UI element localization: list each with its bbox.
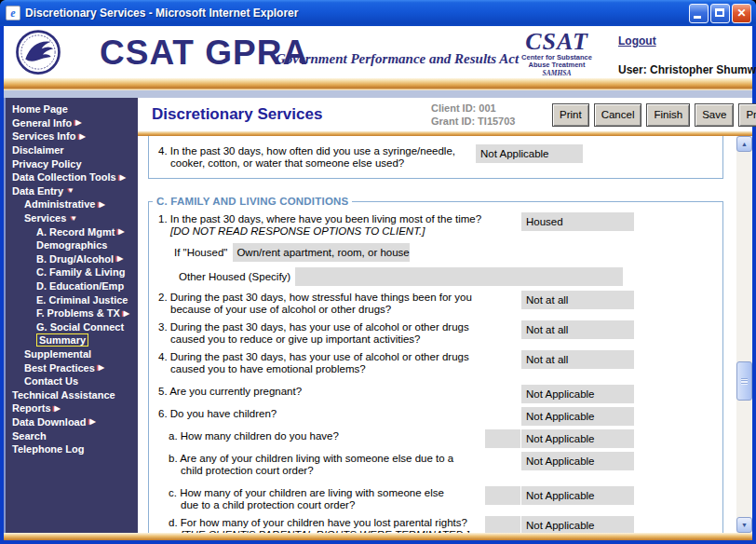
csat-logo-name: CSAT bbox=[505, 30, 609, 54]
sidebar-item-supplemental[interactable]: Supplemental bbox=[6, 347, 138, 361]
sidebar-item-label: Search bbox=[12, 430, 47, 442]
answer-field[interactable]: Not at all bbox=[521, 350, 634, 369]
answer-field[interactable]: Not Applicable bbox=[521, 385, 634, 403]
question-text: 4. In the past 30 days, how often did yo… bbox=[158, 145, 512, 170]
sidebar-item-home-page[interactable]: Home Page bbox=[6, 102, 138, 116]
question-text: d. For how many of your children have yo… bbox=[169, 517, 522, 533]
close-button[interactable]: ✕ bbox=[732, 4, 751, 23]
sidebar-item-contact-us[interactable]: Contact Us bbox=[6, 374, 138, 388]
question-line: d. For how many of your children have yo… bbox=[169, 517, 522, 529]
sidebar-item-d-education-emp[interactable]: D. Education/Emp bbox=[6, 279, 138, 293]
internet-explorer-icon: e bbox=[6, 6, 20, 20]
title-bar[interactable]: e Discretionary Services - Microsoft Int… bbox=[0, 0, 756, 26]
minimize-button[interactable] bbox=[689, 4, 709, 23]
question-text: 3. During the past 30 days, has your use… bbox=[158, 321, 512, 346]
thumb-grip-icon bbox=[741, 378, 748, 385]
sidebar-item-demographics[interactable]: Demographics bbox=[6, 238, 138, 252]
other-housed-field[interactable] bbox=[295, 267, 623, 286]
scroll-down-button[interactable]: ▼ bbox=[736, 517, 752, 533]
chevron-down-icon: ▼ bbox=[70, 214, 77, 223]
sidebar-item-administrative[interactable]: Administrative▶ bbox=[6, 197, 138, 211]
sidebar-item-label: Data Entry bbox=[12, 185, 63, 197]
sidebar-item-reports[interactable]: Reports▶ bbox=[6, 401, 138, 415]
maximize-button[interactable] bbox=[710, 4, 730, 23]
sidebar-item-general-info[interactable]: General Info▶ bbox=[6, 116, 138, 130]
save-button[interactable]: Save bbox=[695, 103, 734, 127]
scrollbar-thumb[interactable] bbox=[736, 361, 752, 401]
question-line: 4. During the past 30 days, has your use… bbox=[158, 351, 512, 363]
sidebar-item-g-social-connect[interactable]: G. Social Connect bbox=[6, 320, 138, 334]
sidebar-item-summary[interactable]: Summary bbox=[6, 333, 138, 347]
sidebar-item-label: Services Info bbox=[12, 130, 75, 142]
hhs-eagle-logo bbox=[15, 29, 61, 75]
chevron-right-icon: ▶ bbox=[75, 118, 81, 127]
vertical-scrollbar[interactable]: ▲ ▼ bbox=[736, 136, 752, 533]
sidebar-item-data-download[interactable]: Data Download▶ bbox=[6, 415, 138, 429]
answer-field[interactable]: Not Applicable bbox=[476, 144, 583, 163]
if-housed-field[interactable]: Own/rent apartment, room, or house bbox=[233, 243, 410, 262]
finish-button[interactable]: Finish bbox=[646, 103, 690, 127]
numeric-field[interactable] bbox=[485, 429, 520, 448]
sidebar-item-data-entry[interactable]: Data Entry▼ bbox=[6, 184, 138, 198]
sidebar-item-label: C. Family & Living bbox=[36, 266, 125, 278]
scroll-up-button[interactable]: ▲ bbox=[736, 136, 752, 152]
sidebar-item-privacy-policy[interactable]: Privacy Policy bbox=[6, 156, 138, 170]
inline-row-other-housed: Other Housed (Specify) bbox=[149, 265, 722, 289]
sidebar-item-b-drug-alcohol[interactable]: B. Drug/Alcohol▶ bbox=[6, 252, 138, 266]
question-line: 6. Do you have children? bbox=[158, 408, 512, 420]
sidebar-item-data-collection-tools[interactable]: Data Collection Tools▶ bbox=[6, 170, 138, 184]
answer-field[interactable]: Not Applicable bbox=[521, 516, 634, 533]
sidebar-item-search[interactable]: Search bbox=[6, 428, 138, 442]
chevron-down-icon: ▼ bbox=[67, 186, 74, 195]
question-row: 4. In the past 30 days, how often did yo… bbox=[149, 143, 722, 172]
question-line: 4. In the past 30 days, how often did yo… bbox=[158, 145, 512, 157]
sidebar-item-technical-assistance[interactable]: Technical Assistance bbox=[6, 388, 138, 401]
sidebar-item-label: Data Collection Tools bbox=[12, 171, 116, 183]
question-line: 1. In the past 30 days, where have you b… bbox=[158, 213, 512, 225]
answer-field[interactable]: Not Applicable bbox=[521, 407, 634, 426]
question-row: c. How many of your children are living … bbox=[149, 484, 722, 514]
sidebar-item-a-record-mgmt[interactable]: A. Record Mgmt▶ bbox=[6, 224, 138, 238]
sidebar-item-label: B. Drug/Alcohol bbox=[36, 253, 114, 265]
answer-field[interactable]: Not Applicable bbox=[521, 452, 634, 470]
chevron-right-icon: ▶ bbox=[79, 132, 85, 141]
sidebar-item-label: Technical Assistance bbox=[12, 389, 115, 401]
answer-field[interactable]: Not at all bbox=[521, 320, 634, 339]
question-row: 6. Do you have children?Not Applicable bbox=[149, 405, 722, 423]
logout-link[interactable]: Logout bbox=[618, 34, 656, 48]
sidebar-item-c-family-living[interactable]: C. Family & Living bbox=[6, 265, 138, 279]
inline-row-if-housed: If "Housed"Own/rent apartment, room, or … bbox=[149, 240, 722, 265]
question-line: a. How many children do you have? bbox=[169, 430, 522, 442]
previous-button[interactable]: Previous bbox=[738, 103, 756, 127]
scrollbar-track[interactable] bbox=[736, 152, 752, 517]
numeric-field[interactable] bbox=[485, 486, 520, 505]
cancel-button[interactable]: Cancel bbox=[594, 103, 642, 127]
sidebar-item-e-criminal-justice[interactable]: E. Criminal Justice bbox=[6, 292, 138, 306]
sidebar-item-label: Services bbox=[24, 212, 66, 224]
print-button[interactable]: Print bbox=[552, 103, 589, 127]
answer-field[interactable]: Not at all bbox=[521, 291, 634, 309]
grant-id-label: Grant ID: TI15703 bbox=[431, 115, 552, 128]
form-scroll-area: 4. In the past 30 days, how often did yo… bbox=[138, 136, 736, 533]
sidebar-item-services-info[interactable]: Services Info▶ bbox=[6, 129, 138, 143]
sidebar-item-label: F. Problems & TX bbox=[36, 307, 120, 319]
sidebar-item-f-problems-tx[interactable]: F. Problems & TX▶ bbox=[6, 306, 138, 320]
sidebar-item-telephone-log[interactable]: Telephone Log bbox=[6, 442, 138, 456]
sidebar-item-label: Data Download bbox=[12, 416, 86, 428]
chevron-right-icon: ▶ bbox=[124, 309, 129, 318]
answer-field[interactable]: Housed bbox=[521, 212, 634, 231]
sidebar-item-services[interactable]: Services▼ bbox=[6, 211, 138, 225]
chevron-right-icon: ▶ bbox=[99, 200, 104, 209]
question-text: 2. During the past 30 days, how stressfu… bbox=[158, 292, 512, 316]
numeric-field[interactable] bbox=[485, 516, 520, 533]
answer-field[interactable]: Not Applicable bbox=[521, 486, 634, 505]
sidebar-item-best-practices[interactable]: Best Practices▶ bbox=[6, 360, 138, 374]
answer-field[interactable]: Not Applicable bbox=[521, 429, 634, 448]
user-label: User: Christopher Shumway bbox=[618, 63, 756, 76]
client-id-label: Client ID: 001 bbox=[431, 102, 552, 115]
sidebar-item-label: D. Education/Emp bbox=[36, 280, 124, 292]
sidebar-item-disclaimer[interactable]: Disclaimer bbox=[6, 143, 138, 157]
csat-logo-line3: SAMHSA bbox=[505, 69, 609, 77]
question-line: 5. Are you currently pregnant? bbox=[158, 386, 512, 398]
question-line: because of your use of alcohol or other … bbox=[158, 304, 512, 316]
